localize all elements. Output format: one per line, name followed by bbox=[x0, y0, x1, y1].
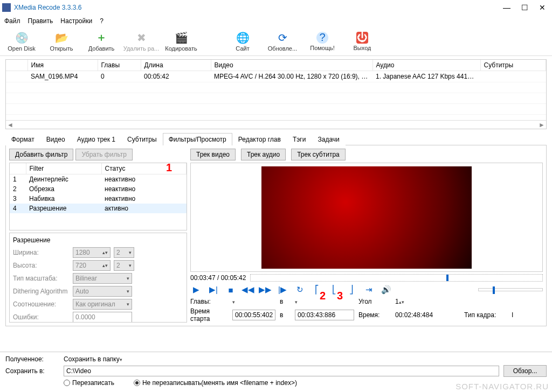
menu-file[interactable]: Файл bbox=[4, 17, 20, 25]
no-overwrite-radio[interactable]: Не перезаписывать(менять имя <filename +… bbox=[134, 379, 297, 387]
duration-label: Время: bbox=[358, 311, 391, 319]
tab-filters-preview[interactable]: Фильтры/Просмотр bbox=[163, 133, 232, 145]
site-button[interactable]: 🌐Сайт bbox=[225, 29, 260, 54]
export-range-button[interactable]: ⇥ bbox=[363, 284, 375, 296]
tab-jobs[interactable]: Задачи bbox=[312, 133, 345, 145]
tab-tags[interactable]: Тэги bbox=[287, 133, 312, 145]
menu-help[interactable]: ? bbox=[100, 17, 104, 25]
volume-thumb[interactable] bbox=[493, 286, 495, 294]
filter-row[interactable]: 3Набивканеактивно bbox=[10, 194, 187, 204]
col-filter[interactable]: Filter bbox=[26, 163, 101, 174]
titlebar: XMedia Recode 3.3.3.6 — ☐ ✕ bbox=[0, 0, 552, 15]
frame-type-value: I bbox=[512, 311, 528, 319]
col-chapters[interactable]: Главы bbox=[98, 60, 141, 71]
video-preview[interactable] bbox=[190, 163, 543, 272]
loop-button[interactable]: ↻ bbox=[294, 284, 306, 296]
seek-bar[interactable] bbox=[250, 274, 543, 282]
step-forward-button[interactable]: |▶ bbox=[277, 284, 288, 296]
width-spinner[interactable]: 1280▴▾ bbox=[73, 247, 111, 258]
angle-label: Угол bbox=[358, 298, 391, 305]
filter-row[interactable]: 2Обрезканеактивно bbox=[10, 184, 187, 194]
update-button[interactable]: ⟳Обновле... bbox=[265, 29, 300, 54]
overwrite-radio[interactable]: Перезаписать bbox=[64, 379, 114, 387]
chapters-label: Главы: bbox=[190, 298, 228, 305]
tab-video[interactable]: Видео bbox=[40, 133, 71, 145]
open-file-button[interactable]: 📂Открыть bbox=[44, 29, 79, 54]
forward-button[interactable]: ▶▶ bbox=[259, 284, 271, 296]
dither-select[interactable]: Auto▾ bbox=[73, 286, 132, 297]
volume-icon[interactable]: 🔊 bbox=[380, 284, 392, 296]
start-time-field[interactable]: 00:00:55:402 bbox=[232, 310, 275, 320]
menu-edit[interactable]: Править bbox=[28, 17, 53, 25]
save-path-field[interactable]: C:\Video bbox=[64, 366, 499, 376]
file-row[interactable]: SAM_0196.MP4 0 00:05:42 MPEG-4 AVC / H.2… bbox=[6, 71, 546, 82]
mark-in-button[interactable]: ⎡ bbox=[311, 284, 323, 296]
video-track-button[interactable]: Трек видео bbox=[190, 149, 236, 160]
filter-row[interactable]: 1Деинтерлейснеактивно bbox=[10, 174, 187, 185]
height-step-select[interactable]: 2▾ bbox=[114, 260, 134, 271]
plus-icon: ＋ bbox=[95, 31, 108, 44]
app-icon bbox=[2, 3, 11, 12]
tab-audio[interactable]: Аудио трек 1 bbox=[71, 133, 121, 145]
frame-type-label: Тип кадра: bbox=[464, 311, 507, 319]
add-button[interactable]: ＋Добавить bbox=[84, 29, 119, 54]
next-frame-button[interactable]: ▶| bbox=[208, 284, 219, 296]
mark-button[interactable]: ⎣ bbox=[328, 284, 340, 296]
tab-chapters[interactable]: Редактор глав bbox=[232, 133, 287, 145]
toolbar: 💿Open Disk 📂Открыть ＋Добавить ✖Удалить р… bbox=[0, 27, 552, 56]
col-status[interactable]: Статус bbox=[101, 163, 187, 174]
col-audio[interactable]: Аудио bbox=[372, 60, 480, 71]
seek-thumb[interactable] bbox=[446, 275, 448, 281]
tab-strip: Формат Видео Аудио трек 1 Субтитры Фильт… bbox=[5, 132, 547, 145]
end-time-field[interactable]: 00:03:43:886 bbox=[295, 310, 354, 320]
globe-icon: 🌐 bbox=[236, 31, 249, 44]
angle-spinner[interactable]: 1▴▾ bbox=[395, 298, 419, 305]
col-name[interactable]: Имя bbox=[27, 60, 98, 71]
error-field[interactable]: 0.0000 bbox=[73, 312, 132, 323]
power-icon: ⏻ bbox=[356, 32, 368, 44]
scale-label: Тип масштаба: bbox=[13, 275, 70, 282]
width-step-select[interactable]: 2▾ bbox=[114, 247, 134, 258]
remove-button[interactable]: ✖Удалить ра... bbox=[124, 29, 158, 54]
close-icon[interactable]: ✕ bbox=[539, 3, 546, 12]
time-display: 00:03:47 / 00:05:42 bbox=[190, 274, 246, 282]
save-label: Сохранить в: bbox=[5, 367, 59, 375]
rewind-button[interactable]: ◀◀ bbox=[242, 284, 254, 296]
ratio-select[interactable]: Как оригинал▾ bbox=[73, 299, 132, 310]
play-button[interactable]: ▶ bbox=[190, 284, 202, 296]
maximize-icon[interactable]: ☐ bbox=[521, 3, 528, 12]
col-length[interactable]: Длина bbox=[141, 60, 211, 71]
filter-row[interactable]: 4Разрешениеактивно bbox=[10, 204, 187, 213]
volume-slider[interactable] bbox=[478, 288, 543, 291]
hscrollbar[interactable]: ◄► bbox=[6, 120, 546, 129]
playback-controls: ▶ ▶| ■ ◀◀ ▶▶ |▶ ↻ ⎡ ⎣ ⎦ ⇥ 🔊 bbox=[190, 284, 543, 296]
received-select[interactable]: Сохранить в папку▾ bbox=[64, 355, 134, 363]
open-disk-button[interactable]: 💿Open Disk bbox=[4, 29, 39, 54]
scale-select[interactable]: Bilinear▾ bbox=[73, 273, 132, 284]
remove-filter-button[interactable]: Убрать фильтр bbox=[75, 149, 132, 160]
file-list-header: Имя Главы Длина Видео Аудио Субтитры bbox=[6, 60, 546, 71]
menu-settings[interactable]: Настройки bbox=[60, 17, 92, 25]
encode-icon: 🎬 bbox=[175, 31, 188, 44]
browse-button[interactable]: Обзор... bbox=[503, 365, 547, 377]
add-filter-button[interactable]: Добавить фильтр bbox=[9, 149, 73, 160]
exit-button[interactable]: ⏻Выход bbox=[345, 29, 380, 54]
filter-list: FilterСтатус 1Деинтерлейснеактивно 2Обре… bbox=[9, 163, 187, 230]
col-subs[interactable]: Субтитры bbox=[480, 60, 546, 71]
stop-button[interactable]: ■ bbox=[225, 284, 237, 296]
minimize-icon[interactable]: — bbox=[503, 3, 510, 12]
tab-format[interactable]: Формат bbox=[5, 133, 40, 145]
resolution-settings: Разрешение Ширина:1280▴▾2▾ Высота:720▴▾2… bbox=[9, 233, 187, 323]
chapter-from-select[interactable]: ▾ bbox=[232, 298, 275, 305]
help-button[interactable]: ?Помощь! bbox=[305, 29, 340, 54]
mark-out-button[interactable]: ⎦ bbox=[346, 284, 357, 296]
height-spinner[interactable]: 720▴▾ bbox=[73, 260, 111, 271]
tab-subtitles[interactable]: Субтитры bbox=[121, 133, 163, 145]
audio-track-button[interactable]: Трек аудио bbox=[241, 149, 286, 160]
subtitle-track-button[interactable]: Трек субтитра bbox=[291, 149, 346, 160]
encode-button[interactable]: 🎬Кодировать bbox=[164, 29, 198, 54]
window-title: XMedia Recode 3.3.3.6 bbox=[14, 4, 503, 11]
chapter-to-select[interactable]: ▾ bbox=[295, 298, 354, 305]
col-video[interactable]: Видео bbox=[211, 60, 372, 71]
start-time-label: Время старта bbox=[190, 307, 228, 323]
